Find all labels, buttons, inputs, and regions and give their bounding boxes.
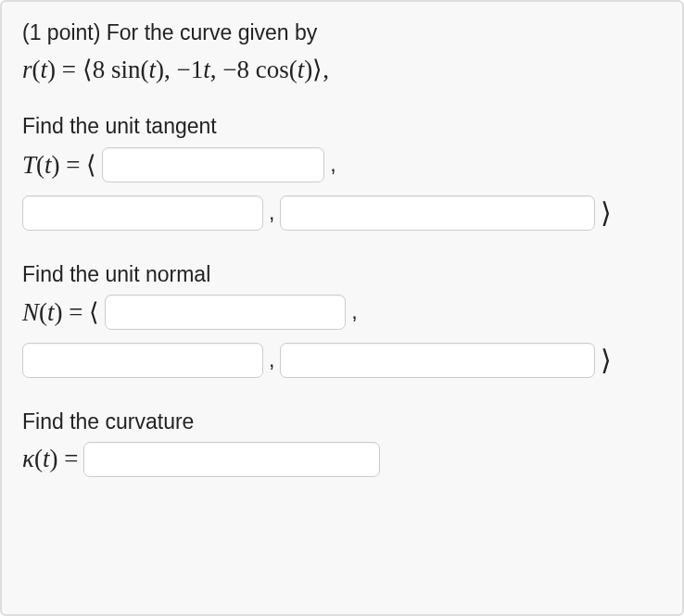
normal-close-bracket: ⟩ bbox=[601, 344, 612, 376]
normal-input-3[interactable] bbox=[280, 343, 595, 378]
tangent-input-2[interactable] bbox=[22, 195, 263, 231]
curvature-block: Find the curvature κ(t) = bbox=[22, 408, 662, 481]
tangent-block: Find the unit tangent T(t) = ⟨ , , ⟩ bbox=[22, 112, 662, 233]
curve-definition: r(t) = ⟨8 sin(t), −1t, −8 cos(t)⟩, bbox=[22, 53, 662, 86]
normal-label: N(t) = ⟨ bbox=[22, 297, 99, 327]
curvature-prompt: Find the curvature bbox=[22, 408, 662, 436]
tangent-input-3[interactable] bbox=[280, 195, 595, 231]
normal-input-1[interactable] bbox=[105, 295, 346, 330]
tangent-label: T(t) = ⟨ bbox=[22, 150, 96, 180]
separator: , bbox=[269, 200, 274, 225]
normal-input-2[interactable] bbox=[22, 343, 263, 378]
separator: , bbox=[269, 347, 274, 372]
problem-container: (1 point) For the curve given by r(t) = … bbox=[0, 0, 684, 616]
separator: , bbox=[330, 152, 336, 177]
curvature-label: κ(t) = bbox=[22, 445, 78, 473]
tangent-prompt: Find the unit tangent bbox=[22, 112, 662, 141]
curvature-input[interactable] bbox=[83, 442, 380, 477]
normal-prompt: Find the unit normal bbox=[22, 260, 662, 289]
tangent-input-1[interactable] bbox=[102, 147, 324, 182]
intro-line-1: (1 point) For the curve given by bbox=[22, 19, 662, 47]
normal-block: Find the unit normal N(t) = ⟨ , , ⟩ bbox=[22, 260, 662, 382]
tangent-close-bracket: ⟩ bbox=[601, 196, 612, 229]
separator: , bbox=[351, 299, 357, 324]
